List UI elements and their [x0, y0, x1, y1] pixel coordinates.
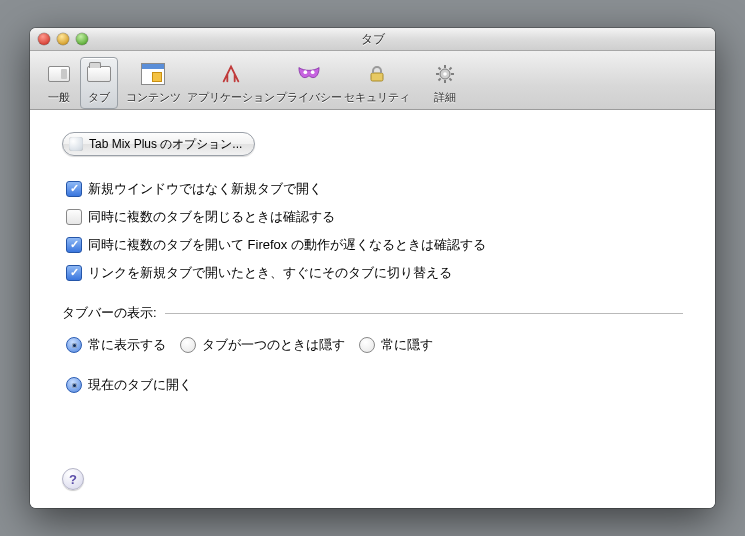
radio-hide-when-one-label: タブが一つのときは隠す: [202, 336, 345, 354]
svg-line-10: [449, 68, 451, 70]
privacy-icon: [294, 60, 324, 88]
toolbar-general[interactable]: 一般: [40, 57, 78, 109]
svg-rect-2: [371, 73, 383, 81]
tabbar-radio-group: 常に表示する タブが一つのときは隠す 常に隠す: [66, 336, 683, 354]
separator-line: [165, 313, 683, 314]
radio-open-current[interactable]: [66, 377, 82, 393]
radio-open-current-label: 現在のタブに開く: [88, 376, 192, 394]
window-title: タブ: [30, 31, 715, 48]
svg-line-11: [439, 78, 441, 80]
checkbox-label: 同時に複数のタブを開いて Firefox の動作が遅くなるときは確認する: [88, 236, 486, 254]
open-in-current-row: 現在のタブに開く: [66, 376, 683, 394]
toolbar-security-label: セキュリティ: [344, 90, 410, 105]
check-warn-open-many[interactable]: 同時に複数のタブを開いて Firefox の動作が遅くなるときは確認する: [66, 236, 683, 254]
check-switch-to-new-tab[interactable]: リンクを新規タブで開いたとき、すぐにそのタブに切り替える: [66, 264, 683, 282]
toolbar-tabs-label: タブ: [88, 90, 110, 105]
tabbar-section-header: タブバーの表示:: [62, 304, 683, 322]
toolbar-content[interactable]: コンテンツ: [120, 57, 186, 109]
toolbar-advanced[interactable]: 詳細: [412, 57, 478, 109]
checkbox-label: 新規ウインドウではなく新規タブで開く: [88, 180, 322, 198]
svg-point-1: [311, 70, 315, 74]
toolbar-security[interactable]: セキュリティ: [344, 57, 410, 109]
preferences-window: タブ 一般 タブ コンテンツ アプリケーション: [30, 28, 715, 508]
toolbar-content-label: コンテンツ: [126, 90, 181, 105]
titlebar[interactable]: タブ: [30, 28, 715, 51]
svg-point-12: [443, 72, 447, 76]
radio-always-hide-label: 常に隠す: [381, 336, 433, 354]
prefs-toolbar: 一般 タブ コンテンツ アプリケーション プライバ: [30, 51, 715, 110]
tabmixplus-options-label: Tab Mix Plus のオプション...: [89, 136, 242, 153]
general-icon: [44, 60, 74, 88]
security-icon: [362, 60, 392, 88]
advanced-icon: [430, 60, 460, 88]
toolbar-applications-label: アプリケーション: [187, 90, 275, 105]
toolbar-applications[interactable]: アプリケーション: [188, 57, 274, 109]
svg-line-8: [439, 68, 441, 70]
checkbox-icon: [66, 209, 82, 225]
check-warn-close-multiple[interactable]: 同時に複数のタブを閉じるときは確認する: [66, 208, 683, 226]
radio-always-hide[interactable]: [359, 337, 375, 353]
radio-always-show[interactable]: [66, 337, 82, 353]
checkbox-label: 同時に複数のタブを閉じるときは確認する: [88, 208, 335, 226]
svg-line-9: [449, 78, 451, 80]
content-icon: [138, 60, 168, 88]
content-pane: Tab Mix Plus のオプション... 新規ウインドウではなく新規タブで開…: [30, 110, 715, 508]
toolbar-general-label: 一般: [48, 90, 70, 105]
toolbar-advanced-label: 詳細: [434, 90, 456, 105]
toolbar-privacy-label: プライバシー: [276, 90, 342, 105]
toolbar-privacy[interactable]: プライバシー: [276, 57, 342, 109]
tabmixplus-icon: [69, 137, 83, 151]
radio-always-show-label: 常に表示する: [88, 336, 166, 354]
checkbox-group: 新規ウインドウではなく新規タブで開く 同時に複数のタブを閉じるときは確認する 同…: [66, 180, 683, 282]
tabmixplus-options-button[interactable]: Tab Mix Plus のオプション...: [62, 132, 255, 156]
applications-icon: [216, 60, 246, 88]
check-open-new-tab[interactable]: 新規ウインドウではなく新規タブで開く: [66, 180, 683, 198]
svg-point-0: [304, 70, 308, 74]
checkbox-label: リンクを新規タブで開いたとき、すぐにそのタブに切り替える: [88, 264, 452, 282]
checkbox-icon: [66, 265, 82, 281]
radio-hide-when-one[interactable]: [180, 337, 196, 353]
checkbox-icon: [66, 181, 82, 197]
tabs-icon: [84, 60, 114, 88]
tabbar-section-label: タブバーの表示:: [62, 304, 157, 322]
toolbar-tabs[interactable]: タブ: [80, 57, 118, 109]
checkbox-icon: [66, 237, 82, 253]
help-button[interactable]: ?: [62, 468, 84, 490]
